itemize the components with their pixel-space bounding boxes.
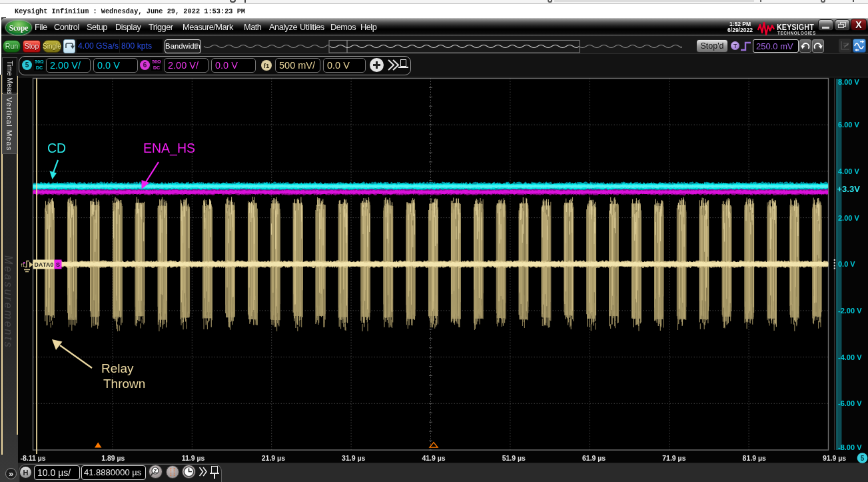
svg-text:Z: Z bbox=[154, 468, 157, 474]
